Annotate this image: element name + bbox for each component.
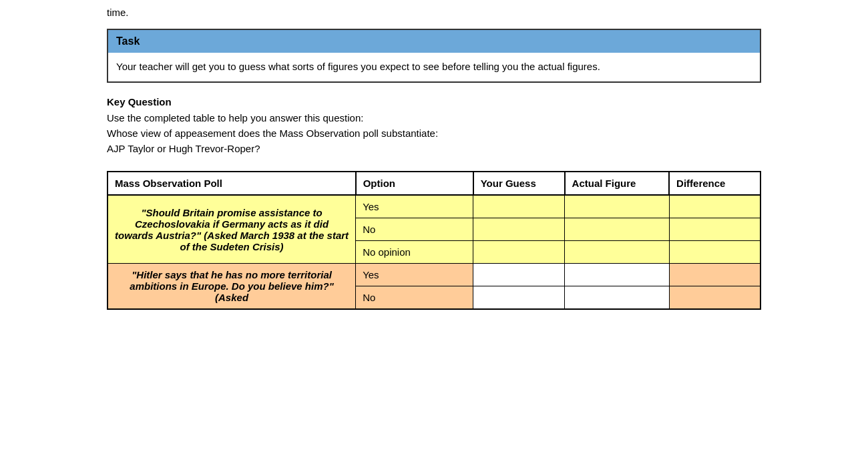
q1-actual-no xyxy=(565,218,669,241)
q1-option-no: No xyxy=(356,218,473,241)
q1-guess-yes xyxy=(473,195,565,218)
col-header-option: Option xyxy=(356,172,473,195)
q2-option-yes: Yes xyxy=(356,264,473,286)
q2-option-no: No xyxy=(356,286,473,310)
task-body: Your teacher will get you to guess what … xyxy=(108,53,760,81)
q1-diff-no xyxy=(669,218,761,241)
q1-actual-yes xyxy=(565,195,669,218)
col-header-diff: Difference xyxy=(669,172,761,195)
q1-poll-cell: "Should Britain promise assistance to Cz… xyxy=(107,195,356,264)
q1-actual-noop xyxy=(565,241,669,264)
key-question-text: Use the completed table to help you answ… xyxy=(107,110,761,157)
main-table: Mass Observation Poll Option Your Guess … xyxy=(107,171,761,310)
q1-diff-yes xyxy=(669,195,761,218)
q2-actual-yes xyxy=(565,264,669,286)
table-row: "Should Britain promise assistance to Cz… xyxy=(107,195,761,218)
q1-option-yes: Yes xyxy=(356,195,473,218)
col-header-actual: Actual Figure xyxy=(565,172,669,195)
task-header: Task xyxy=(108,30,760,53)
q1-option-noop: No opinion xyxy=(356,241,473,264)
key-question: Key Question Use the completed table to … xyxy=(107,96,761,157)
table-row: "Hitler says that he has no more territo… xyxy=(107,264,761,286)
q2-diff-no xyxy=(669,286,761,310)
q2-diff-yes xyxy=(669,264,761,286)
key-question-title: Key Question xyxy=(107,96,761,107)
q2-poll-cell: "Hitler says that he has no more territo… xyxy=(107,264,356,310)
col-header-guess: Your Guess xyxy=(473,172,565,195)
q1-guess-no xyxy=(473,218,565,241)
top-text: time. xyxy=(107,0,761,29)
q2-guess-no xyxy=(473,286,565,310)
task-box: Task Your teacher will get you to guess … xyxy=(107,29,761,83)
q2-guess-yes xyxy=(473,264,565,286)
q1-guess-noop xyxy=(473,241,565,264)
q1-diff-noop xyxy=(669,241,761,264)
q2-actual-no xyxy=(565,286,669,310)
col-header-poll: Mass Observation Poll xyxy=(107,172,356,195)
